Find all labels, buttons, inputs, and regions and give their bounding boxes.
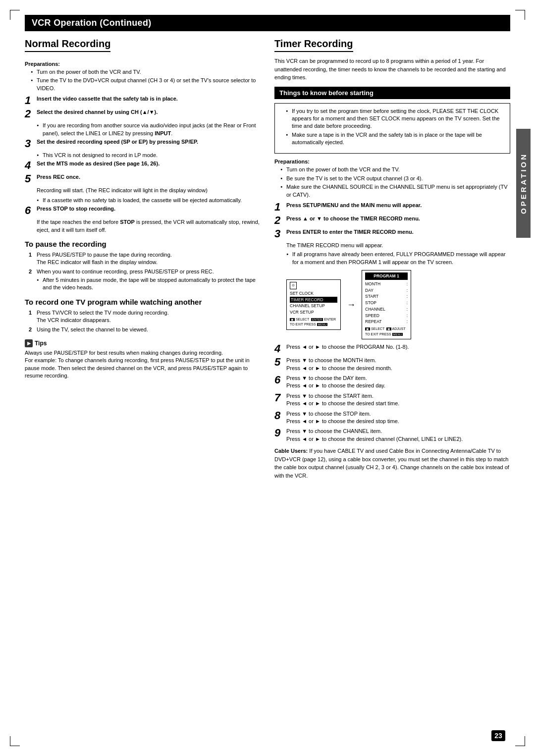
arrow-right: → (347, 300, 356, 310)
step-5: 5 Press REC once. (25, 173, 261, 184)
screen-left-item: VCR SETUP (290, 309, 337, 316)
screen-left: ⊙ SET CLOCK TIMER RECORD CHANNEL SETUP V… (286, 279, 341, 330)
timer-preparations-label: Preparations: (274, 159, 510, 164)
timer-step-1: 1 Press SETUP/MENU and the MAIN menu wil… (274, 202, 510, 213)
cable-users-label: Cable Users: (274, 448, 308, 454)
list-item: Make sure a tape is in the VCR and the s… (286, 131, 505, 147)
tips-label: Tips (35, 339, 47, 348)
list-item: Make sure the CHANNEL SOURCE in the CHAN… (280, 183, 510, 199)
tips-title: ▶ Tips (25, 339, 261, 348)
to-pause-item-2: 2 When you want to continue recording, p… (29, 268, 261, 292)
list-item: Be sure the TV is set to the VCR output … (280, 175, 510, 182)
timer-step-9: 9 Press ▼ to choose the CHANNEL item. Pr… (274, 428, 510, 443)
know-list: If you try to set the program timer befo… (280, 108, 505, 147)
screen-left-item: CHANNEL SETUP (290, 303, 337, 309)
normal-recording-steps: 1 Insert the video cassette that the saf… (25, 95, 261, 234)
step-2: 2 Select the desired channel by using CH… (25, 108, 261, 119)
to-record-item-2: 2 Using the TV, select the channel to be… (29, 326, 261, 333)
screen-area: ⊙ SET CLOCK TIMER RECORD CHANNEL SETUP V… (286, 270, 510, 339)
normal-recording-title: Normal Recording (25, 38, 110, 52)
step-5-bullet: If a cassette with no safety tab is load… (25, 197, 261, 204)
step-6: 6 Press STOP to stop recording. (25, 205, 261, 216)
know-content: If you try to set the program timer befo… (274, 103, 510, 154)
to-record-title: To record one TV program while watching … (25, 298, 261, 306)
to-pause-title: To pause the recording (25, 240, 261, 248)
tips-box: ▶ Tips Always use PAUSE/STEP for best re… (25, 339, 261, 379)
step-3: 3 Set the desired recording speed (SP or… (25, 138, 261, 149)
screen-left-item: SET CLOCK (290, 290, 337, 297)
timer-step-2: 2 Press ▲ or ▼ to choose the TIMER RECOR… (274, 215, 510, 226)
list-item: Tune the TV to the DVD+VCR output channe… (31, 77, 261, 92)
right-column: Timer Recording This VCR can be programm… (274, 38, 510, 480)
step-4: 4 Set the MTS mode as desired (See page … (25, 160, 261, 171)
timer-intro: This VCR can be programmed to record up … (274, 57, 510, 82)
screen-right: PROGRAM 1 MONTH: DAY: START: STOP: CHANN… (362, 270, 411, 339)
cable-users-note: Cable Users: If you have CABLE TV and us… (274, 447, 510, 480)
tips-icon: ▶ (25, 339, 33, 347)
to-pause-item-1: 1 Press PAUSE/STEP to pause the tape dur… (29, 251, 261, 267)
step-2-bullet: If you are recording from another source… (25, 122, 261, 137)
left-column: Normal Recording Preparations: Turn on t… (25, 38, 261, 379)
header-bar: VCR Operation (Continued) (25, 15, 510, 31)
list-item: Turn on the power of both the VCR and TV… (31, 68, 261, 76)
timer-step-7: 7 Press ▼ to choose the START item. Pres… (274, 392, 510, 408)
to-record-item-1: 1 Press TV/VCR to select the TV mode dur… (29, 309, 261, 324)
step-3-bullet: This VCR is not designed to record in LP… (25, 152, 261, 159)
timer-preparations-list: Turn on the power of both the VCR and th… (274, 166, 510, 199)
timer-step-5: 5 Press ▼ to choose the MONTH item. Pres… (274, 357, 510, 372)
to-pause-list: 1 Press PAUSE/STEP to pause the tape dur… (29, 251, 261, 292)
timer-step-3-sub: The TIMER RECORD menu will appear. (274, 242, 510, 249)
list-item: Turn on the power of both the VCR and th… (280, 166, 510, 173)
screen-left-item: TIMER RECORD (290, 297, 337, 303)
timer-step-6: 6 Press ▼ to choose the DAY item. Press … (274, 375, 510, 390)
timer-recording-title: Timer Recording (274, 38, 353, 52)
preparations-list: Turn on the power of both the VCR and TV… (25, 68, 261, 92)
to-record-list: 1 Press TV/VCR to select the TV mode dur… (29, 309, 261, 333)
cable-users-text: If you have CABLE TV and used Cable Box … (274, 448, 509, 479)
list-item: If you try to set the program timer befo… (286, 108, 505, 130)
step-6-sub: If the tape reaches the end before STOP … (25, 218, 261, 234)
timer-step-3: 3 Press ENTER to enter the TIMER RECORD … (274, 228, 510, 239)
step-1: 1 Insert the video cassette that the saf… (25, 95, 261, 106)
timer-steps: 1 Press SETUP/MENU and the MAIN menu wil… (274, 202, 510, 443)
timer-step-3-bullet: If all programs have already been entere… (274, 251, 510, 266)
timer-step-4: 4 Press ◄ or ► to choose the PROGRAM No.… (274, 343, 510, 354)
timer-step-8: 8 Press ▼ to choose the STOP item. Press… (274, 410, 510, 426)
know-box-title: Things to know before starting (274, 87, 510, 99)
preparations-label: Preparations: (25, 61, 261, 67)
step-5-sub: Recording will start. (The REC indicator… (25, 187, 261, 194)
tips-text: Always use PAUSE/STEP for best results w… (25, 349, 261, 380)
